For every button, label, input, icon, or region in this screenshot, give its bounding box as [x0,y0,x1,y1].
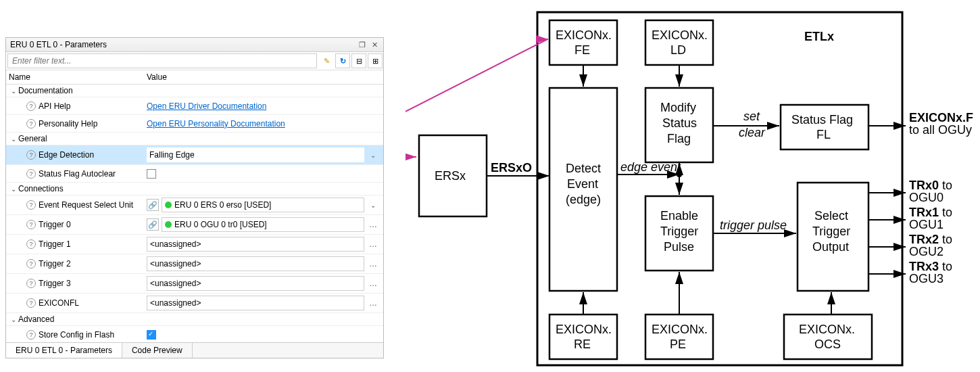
close-icon[interactable]: ✕ [370,40,379,49]
help-icon[interactable]: ? [26,298,36,308]
svg-text:EXICONx.FL: EXICONx.FL [909,111,973,124]
personality-help-link[interactable]: Open ERU Personality Documentation [147,119,285,129]
svg-text:Status Flag: Status Flag [791,113,853,126]
row-exiconfl[interactable]: ?EXICONFL <unassigned>… [6,294,383,313]
group-general[interactable]: ⌄ General [6,133,383,145]
store-config-checkbox[interactable] [147,330,156,340]
row-trigger-0[interactable]: ?Trigger 0 🔗 ERU 0 OGU 0 tr0 [USED] … [6,215,383,235]
svg-text:OGU3: OGU3 [909,272,944,285]
row-trigger-2[interactable]: ?Trigger 2 <unassigned>… [6,254,383,274]
restore-icon[interactable]: ❐ [358,40,367,49]
help-icon[interactable]: ? [26,101,36,111]
api-help-link[interactable]: Open ERU Driver Documentation [147,101,266,111]
group-advanced[interactable]: ⌄ Advanced [6,313,383,326]
ersxo-label: ERSxO [491,161,532,175]
browse-button[interactable]: … [367,259,379,269]
svg-text:to all OGUy: to all OGUy [909,123,972,137]
autoclear-checkbox[interactable] [147,169,156,179]
svg-text:Trigger: Trigger [812,225,850,238]
tab-parameters[interactable]: ERU 0 ETL 0 - Parameters [6,343,122,358]
clear-filter-button[interactable]: ✎ [319,53,334,68]
svg-text:EXICONx.: EXICONx. [652,323,708,336]
row-store-config[interactable]: ?Store Config in Flash [6,326,383,344]
svg-text:TRx0 to: TRx0 to [909,179,952,192]
block-diagram: ETLx ERSx ERSxO EXICONx. FE EXICONx. LD … [406,7,973,372]
edge-detection-select[interactable]: Falling Edge [147,147,364,162]
browse-button[interactable]: … [367,239,379,249]
svg-text:TRx3 to: TRx3 to [909,260,952,273]
svg-text:Select: Select [814,209,848,223]
group-documentation[interactable]: ⌄ Documentation [6,85,383,97]
tab-code-preview[interactable]: Code Preview [122,343,193,358]
help-icon[interactable]: ? [26,169,36,179]
dropdown-icon[interactable]: ⌄ [367,202,379,209]
trigger3-select[interactable]: <unassigned> [147,276,364,291]
svg-text:RE: RE [574,338,591,351]
bottom-tabs: ERU 0 ETL 0 - Parameters Code Preview [6,342,383,358]
svg-text:TRx1 to: TRx1 to [909,206,952,219]
svg-text:OGU1: OGU1 [909,218,944,231]
parameters-panel: ERU 0 ETL 0 - Parameters ❐ ✕ ✎ ↻ ⊟ ⊞ Nam… [5,37,384,358]
svg-text:FL: FL [816,128,831,141]
panel-titlebar: ERU 0 ETL 0 - Parameters ❐ ✕ [6,38,383,52]
chevron-down-icon[interactable]: ⌄ [9,87,18,95]
svg-text:OGU2: OGU2 [909,245,944,258]
filter-row: ✎ ↻ ⊟ ⊞ [6,52,383,70]
row-trigger-3[interactable]: ?Trigger 3 <unassigned>… [6,274,383,294]
help-icon[interactable]: ? [26,239,36,249]
help-icon[interactable]: ? [26,259,36,269]
svg-text:TRx2 to: TRx2 to [909,233,952,246]
svg-text:EXICONx.: EXICONx. [652,28,708,42]
svg-rect-39 [549,315,617,359]
col-name-header: Name [6,72,147,82]
ersu-select[interactable]: ERU 0 ERS 0 erso [USED] [162,197,364,212]
svg-text:Pulse: Pulse [664,240,694,254]
chevron-down-icon[interactable]: ⌄ [9,185,18,193]
exiconfl-select[interactable]: <unassigned> [147,296,364,310]
help-icon[interactable]: ? [26,279,36,288]
svg-rect-43 [645,315,713,359]
svg-text:Output: Output [812,240,849,254]
help-icon[interactable]: ? [26,119,36,129]
browse-button[interactable]: … [367,220,379,229]
collapse-all-button[interactable]: ⊟ [351,53,366,68]
link-icon[interactable]: 🔗 [147,218,159,231]
trigger1-select[interactable]: <unassigned> [147,237,364,252]
status-dot-icon [165,202,172,208]
svg-text:(edge): (edge) [566,193,601,206]
svg-rect-27 [781,105,868,149]
help-icon[interactable]: ? [26,200,36,210]
svg-text:Status: Status [662,116,697,130]
row-edge-detection[interactable]: ?Edge Detection Falling Edge ⌄ [6,145,383,165]
trigger0-select[interactable]: ERU 0 OGU 0 tr0 [USED] [162,217,364,232]
help-icon[interactable]: ? [26,150,36,160]
svg-text:FE: FE [574,43,590,57]
svg-text:LD: LD [670,43,686,57]
svg-text:EXICONx.: EXICONx. [556,28,612,42]
trigger2-select[interactable]: <unassigned> [147,256,364,271]
svg-text:PE: PE [670,338,686,351]
column-headers: Name Value [6,70,383,85]
help-icon[interactable]: ? [26,330,36,340]
row-trigger-1[interactable]: ?Trigger 1 <unassigned>… [6,235,383,254]
svg-rect-6 [645,20,713,65]
help-icon[interactable]: ? [26,220,36,229]
svg-text:Modify: Modify [660,101,696,114]
svg-text:EXICONx.: EXICONx. [799,323,855,336]
chevron-down-icon[interactable]: ⌄ [9,135,18,143]
edge-event-label: edge event [620,160,681,174]
svg-text:Enable: Enable [660,209,698,223]
group-connections[interactable]: ⌄ Connections [6,183,383,195]
filter-input[interactable] [7,53,317,68]
refresh-button[interactable]: ↻ [335,53,350,68]
svg-text:Trigger: Trigger [660,225,698,238]
row-status-autoclear[interactable]: ?Status Flag Autoclear [6,165,383,183]
link-icon[interactable]: 🔗 [147,199,159,211]
svg-text:Detect: Detect [566,162,601,175]
browse-button[interactable]: … [367,279,379,288]
dropdown-icon[interactable]: ⌄ [367,152,379,159]
browse-button[interactable]: … [367,298,379,308]
chevron-down-icon[interactable]: ⌄ [9,316,18,323]
expand-all-button[interactable]: ⊞ [368,53,383,68]
row-event-request-select[interactable]: ?Event Request Select Unit 🔗 ERU 0 ERS 0… [6,195,383,215]
